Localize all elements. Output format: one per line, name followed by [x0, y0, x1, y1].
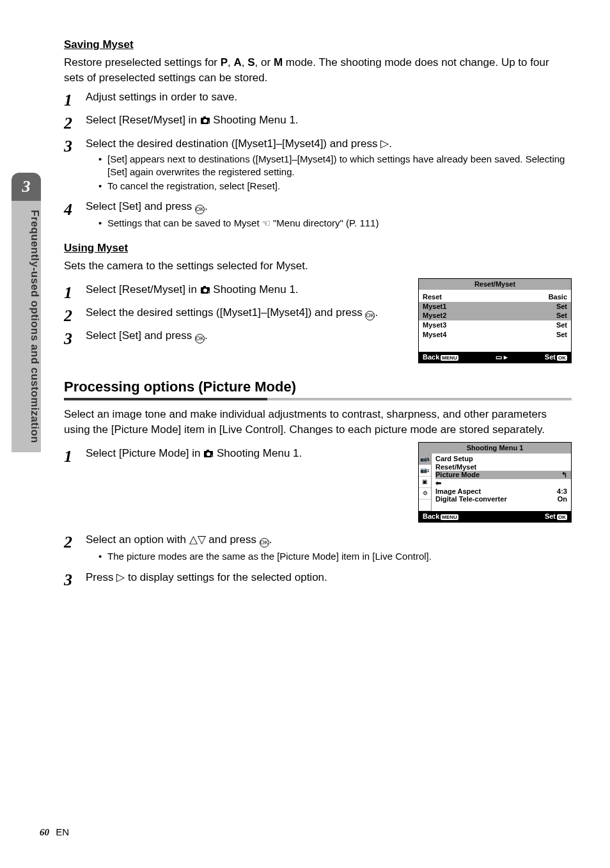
card-next-icon: ▭ ▸	[496, 353, 508, 361]
triangle-right-icon: ▷	[380, 138, 389, 150]
row-value: Set	[556, 312, 567, 320]
step-body: Adjust settings in order to save.	[86, 91, 572, 109]
heading-using-myset: Using Myset	[64, 242, 572, 255]
sub-bullets: [Set] appears next to destinations ([Mys…	[98, 153, 572, 193]
triangle-up-down-icon: △▽	[189, 533, 206, 546]
processing-options-desc: Select an image tone and make individual…	[64, 407, 572, 438]
camera1-icon: 1	[203, 449, 214, 458]
row-value: Set	[556, 331, 567, 339]
row-label: Picture Mode	[435, 471, 480, 479]
row-label: Myset1	[423, 303, 446, 311]
step-number: 4	[64, 200, 86, 232]
text: Select an option with	[86, 533, 189, 546]
text: .	[205, 200, 208, 212]
row-value: 4:3	[557, 487, 567, 496]
text: "Menu directory" (P. 111)	[270, 217, 379, 228]
svg-point-6	[203, 288, 207, 292]
tab-icon: 📷₂	[419, 465, 431, 477]
tab-icon: 📷₁	[419, 454, 431, 465]
sub-bullets: Settings that can be saved to Myset ☞ "M…	[98, 217, 572, 230]
step-number: 2	[64, 533, 86, 565]
text: .	[389, 138, 392, 150]
row-label: ⬅	[435, 479, 441, 487]
step-body: Select the desired settings ([Myset1]–[M…	[86, 306, 408, 324]
row-label: Image Aspect	[435, 487, 481, 496]
ok-icon: OK	[365, 311, 375, 320]
chapter-label: Frequently-used options and customizatio…	[12, 201, 41, 452]
row-value: Set	[556, 303, 567, 311]
tab-icon: ⚙	[419, 488, 431, 500]
text: Select [Picture Mode] in	[86, 447, 203, 459]
step-number: 1	[64, 283, 86, 301]
row-label: Myset2	[423, 312, 446, 320]
row-label: Card Setup	[435, 455, 473, 463]
page-number: 60	[40, 827, 49, 837]
row-label: Reset	[423, 293, 442, 301]
sub-bullets: The picture modes are the same as the [P…	[98, 550, 572, 563]
row-label: Reset/Myset	[435, 463, 476, 471]
page-lang: EN	[56, 826, 69, 837]
row-value: Set	[556, 321, 567, 329]
text: ,	[242, 56, 247, 68]
mode-m: M	[274, 56, 283, 68]
ok-box-icon: OK	[557, 355, 567, 361]
svg-rect-1	[203, 116, 206, 118]
row-value: Basic	[549, 293, 567, 301]
screen-set: SetOK	[545, 512, 567, 521]
text: Press	[86, 571, 116, 583]
processing-steps-a: 1 Select [Picture Mode] in 1 Shooting Me…	[64, 447, 408, 465]
text: Select the desired destination ([Myset1]…	[86, 138, 380, 150]
screen-reset-myset: Reset/Myset ResetBasic Myset1Set Myset2S…	[418, 278, 572, 363]
step-body: Select [Set] and press OK. Settings that…	[86, 200, 572, 232]
text: and press	[206, 533, 260, 546]
ok-icon: OK	[195, 205, 205, 214]
bullet: To cancel the registration, select [Rese…	[98, 180, 572, 193]
ok-box-icon: OK	[557, 514, 567, 520]
svg-point-10	[207, 452, 210, 456]
step-body: Select the desired destination ([Myset1]…	[86, 137, 572, 196]
menu-box-icon: MENU	[441, 514, 458, 520]
text: Shooting Menu 1.	[210, 283, 299, 296]
row-value: On	[558, 495, 567, 503]
text: to display settings for the selected opt…	[125, 571, 327, 583]
heading-saving-myset: Saving Myset	[64, 38, 572, 51]
screen-back: BackMENU	[423, 512, 458, 521]
tab-column: 📷₁ 📷₂ ▣ ⚙	[419, 454, 432, 511]
tab-icon	[419, 500, 431, 511]
bullet: [Set] appears next to destinations ([Mys…	[98, 153, 572, 179]
text: Restore preselected settings for	[64, 56, 221, 68]
text: .	[375, 306, 378, 319]
side-tab: 3 Frequently-used options and customizat…	[0, 173, 52, 452]
text: Select the desired settings ([Myset1]–[M…	[86, 306, 365, 319]
step-number: 3	[64, 571, 86, 588]
mode-a: A	[234, 56, 242, 68]
step-number: 2	[64, 306, 86, 324]
step-body: Select [Reset/Myset] in 1 Shooting Menu …	[86, 283, 408, 301]
screen-shooting-menu: Shooting Menu 1 📷₁ 📷₂ ▣ ⚙ Card Setup Res…	[418, 442, 572, 522]
saving-myset-steps: 1 Adjust settings in order to save. 2 Se…	[64, 91, 572, 233]
chapter-number-badge: 3	[12, 173, 41, 201]
step-number: 3	[64, 329, 86, 347]
row-label: Digital Tele-converter	[435, 495, 507, 503]
row-label: Myset3	[423, 321, 446, 329]
bullet: Settings that can be saved to Myset ☞ "M…	[98, 217, 572, 230]
camera1-icon: 1	[200, 285, 210, 294]
text: .	[205, 329, 208, 342]
screen-title: Shooting Menu 1	[419, 443, 571, 454]
step-body: Select [Reset/Myset] in 1 Shooting Menu …	[86, 114, 572, 132]
bullet: The picture modes are the same as the [P…	[98, 550, 572, 563]
using-myset-desc: Sets the camera to the settings selected…	[64, 258, 572, 274]
step-number: 1	[64, 447, 86, 465]
row-value: ↰	[561, 471, 567, 479]
step-number: 3	[64, 137, 86, 196]
triangle-right-icon: ▷	[116, 571, 125, 583]
screen-back: BackMENU	[423, 353, 458, 361]
row-label: Myset4	[423, 331, 446, 339]
text: Select [Reset/Myset] in	[86, 283, 200, 296]
ok-icon: OK	[260, 538, 269, 548]
text: Settings that can be saved to Myset	[107, 217, 262, 228]
step-body: Select an option with △▽ and press OK. T…	[86, 533, 572, 565]
screen-title: Reset/Myset	[419, 279, 571, 290]
text: Select [Set] and press	[86, 329, 195, 342]
screen-set: SetOK	[545, 353, 567, 361]
